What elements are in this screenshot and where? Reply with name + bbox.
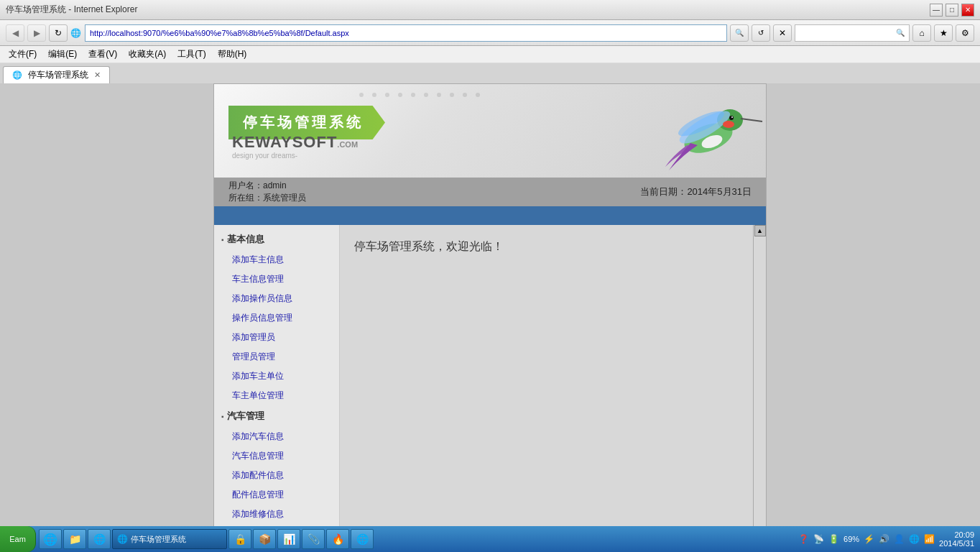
menu-add-parts[interactable]: 添加配件信息	[214, 466, 339, 485]
generic-icon6: 🔥	[332, 533, 344, 545]
hummingbird-illustration	[608, 84, 766, 178]
taskbar-items: 🌐 📁 🌐 🌐 停车场管理系统 🔒 📦 📊 📎 🔥 🌐	[36, 529, 792, 549]
generic-icon7: 🌐	[356, 533, 369, 545]
username-label: 用户名：admin	[228, 180, 306, 192]
menu-parts-manage[interactable]: 配件信息管理	[214, 485, 339, 505]
date-value: 2014年5月31日	[687, 186, 752, 197]
menu-add-unit[interactable]: 添加车主单位	[214, 367, 339, 386]
menu-file[interactable]: 文件(F)	[3, 47, 42, 62]
taskbar-btn7[interactable]: 🌐	[351, 529, 374, 549]
date-info: 当前日期：2014年5月31日	[640, 185, 752, 198]
generic-icon4: 📊	[283, 533, 295, 545]
active-tab[interactable]: 🌐 停车场管理系统 ✕	[3, 66, 110, 83]
tab-favicon: 🌐	[12, 70, 22, 80]
menu-add-operator[interactable]: 添加操作员信息	[214, 289, 339, 308]
menu-view[interactable]: 查看(V)	[83, 47, 123, 62]
user-info: 用户名：admin 所在组：系统管理员	[228, 180, 306, 204]
menu-edit[interactable]: 编辑(E)	[42, 47, 83, 62]
tools-button[interactable]: ⚙	[956, 24, 974, 42]
taskbar-ie2-button[interactable]: 🌐	[88, 529, 111, 549]
expand-icon-car: ▪	[221, 413, 224, 420]
svg-point-6	[731, 116, 733, 118]
app-container: 停车场管理系统 KEWAYSOFT .COM design your dream…	[213, 83, 767, 526]
go-button[interactable]: 🔍	[730, 24, 749, 42]
tab-close-button[interactable]: ✕	[94, 70, 101, 80]
taskbar-btn5[interactable]: 📎	[302, 529, 325, 549]
svg-point-7	[723, 121, 734, 128]
title-bar-left: 停车场管理系统 - Internet Explorer	[6, 4, 137, 16]
tab-title: 停车场管理系统	[28, 69, 88, 81]
menu-add-owner[interactable]: 添加车主信息	[214, 250, 339, 270]
refresh-button[interactable]: ↻	[49, 24, 68, 42]
signal-icon: 📶	[924, 534, 935, 544]
favicon-icon: 🌐	[70, 28, 81, 38]
menu-operator-manage[interactable]: 操作员信息管理	[214, 308, 339, 328]
start-label: Eam	[9, 535, 26, 543]
taskbar-ie-button[interactable]: 🌐	[39, 529, 62, 549]
app-header: 停车场管理系统 KEWAYSOFT .COM design your dream…	[214, 84, 766, 178]
section-header-basic[interactable]: ▪ 基本信息	[214, 229, 339, 250]
refresh-stop-button[interactable]: ↺	[752, 24, 770, 42]
maximize-button[interactable]: □	[946, 4, 958, 17]
content-area: ▪ 基本信息 添加车主信息 车主信息管理 添加操作员信息 操作员信息管理 添加管…	[214, 225, 766, 552]
section-label-car: 汽车管理	[227, 410, 264, 423]
search-bar[interactable]: 🔍	[795, 24, 910, 42]
battery-level: 69%	[843, 535, 859, 543]
window-controls: — □ ✕	[930, 4, 974, 17]
minimize-button[interactable]: —	[930, 4, 943, 17]
scroll-up-button[interactable]: ▲	[754, 225, 766, 236]
taskbar-btn6[interactable]: 🔥	[326, 529, 349, 549]
forward-button[interactable]: ▶	[27, 24, 46, 42]
section-label-basic: 基本信息	[227, 233, 264, 246]
svg-point-5	[729, 116, 734, 120]
menu-help[interactable]: 帮助(H)	[212, 47, 253, 62]
section-header-car[interactable]: ▪ 汽车管理	[214, 405, 339, 427]
scrollbar[interactable]: ▲ ▼	[753, 225, 766, 552]
brand-name: KEWAYSOFT	[232, 133, 337, 152]
taskbar-btn3[interactable]: 📦	[253, 529, 276, 549]
app-tab-icon: 🌐	[117, 534, 128, 544]
menu-add-repair[interactable]: 添加维修信息	[214, 505, 339, 524]
welcome-message: 停车场管理系统，欢迎光临！	[354, 239, 739, 254]
menu-add-admin[interactable]: 添加管理员	[214, 328, 339, 347]
menu-tools[interactable]: 工具(T)	[172, 47, 211, 62]
menu-favorites[interactable]: 收藏夹(A)	[123, 47, 172, 62]
brand-tagline: design your dreams-	[232, 152, 358, 160]
taskbar-btn2[interactable]: 🔒	[228, 529, 251, 549]
search-input[interactable]	[800, 29, 896, 37]
banner-text: 停车场管理系统	[243, 114, 364, 130]
active-nav-bar	[214, 206, 766, 225]
menu-bar: 文件(F) 编辑(E) 查看(V) 收藏夹(A) 工具(T) 帮助(H)	[0, 46, 980, 63]
menu-add-car[interactable]: 添加汽车信息	[214, 427, 339, 446]
generic-icon2: 🔒	[234, 533, 246, 545]
power-icon: ⚡	[864, 534, 874, 544]
menu-admin-manage[interactable]: 管理员管理	[214, 347, 339, 367]
ie-icon: 🌐	[43, 533, 57, 546]
system-clock: 20:09 2014/5/31	[939, 530, 974, 548]
start-button[interactable]: Eam	[0, 526, 36, 552]
tab-bar: 🌐 停车场管理系统 ✕	[0, 63, 980, 83]
main-content: 停车场管理系统，欢迎光临！	[340, 225, 753, 552]
address-bar[interactable]	[85, 24, 727, 42]
menu-owner-manage[interactable]: 车主信息管理	[214, 270, 339, 289]
brand-logo: KEWAYSOFT .COM design your dreams-	[232, 133, 358, 160]
svg-line-2	[741, 119, 762, 121]
taskbar-app-button[interactable]: 🌐 停车场管理系统	[112, 529, 227, 549]
tray-icon4: 👤	[894, 534, 905, 544]
close-button[interactable]: ✕	[961, 4, 974, 17]
info-bar: 用户名：admin 所在组：系统管理员 当前日期：2014年5月31日	[214, 178, 766, 206]
menu-unit-manage[interactable]: 车主单位管理	[214, 386, 339, 405]
taskbar-btn4[interactable]: 📊	[277, 529, 300, 549]
home-button[interactable]: ⌂	[912, 24, 931, 42]
generic-icon3: 📦	[259, 533, 271, 545]
taskbar-explorer-button[interactable]: 📁	[63, 529, 86, 549]
favorites-button[interactable]: ★	[934, 24, 953, 42]
menu-car-manage[interactable]: 汽车信息管理	[214, 446, 339, 466]
stop-button[interactable]: ✕	[773, 24, 792, 42]
page-area: 停车场管理系统 KEWAYSOFT .COM design your dream…	[0, 83, 980, 526]
clock-date: 2014/5/31	[939, 539, 974, 548]
back-button[interactable]: ◀	[6, 24, 24, 42]
header-background: 停车场管理系统 KEWAYSOFT .COM design your dream…	[214, 84, 766, 178]
ie2-icon: 🌐	[93, 533, 106, 545]
address-input[interactable]	[90, 29, 722, 37]
